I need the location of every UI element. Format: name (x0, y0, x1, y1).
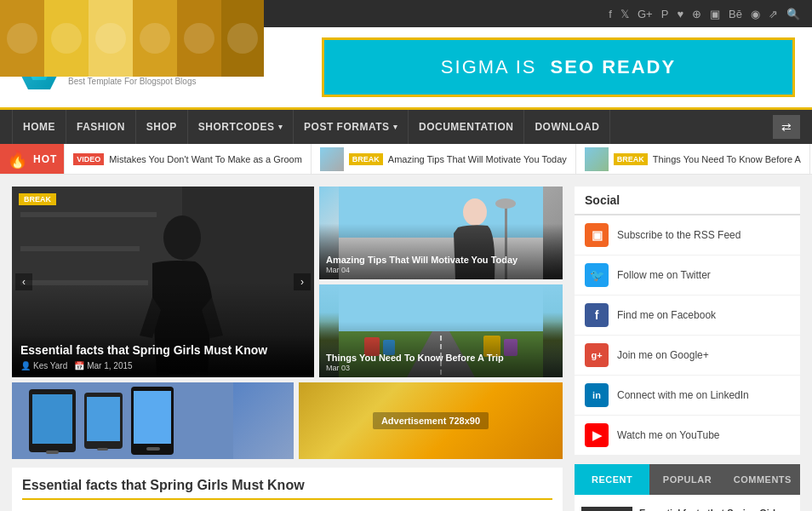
small-caption-1: Things You Need To Know Before A Trip Ma… (319, 347, 563, 377)
tab-comments[interactable]: COMMENTS (725, 464, 800, 495)
share-icon[interactable]: ⇗ (769, 8, 778, 20)
svg-point-37 (7, 23, 37, 54)
behance-icon[interactable]: Bē (729, 8, 742, 20)
heart-icon[interactable]: ♥ (677, 8, 683, 20)
featured-large[interactable]: BREAK Essential facts that Spring Girls … (12, 187, 314, 377)
small-date-1: Mar 03 (326, 364, 556, 372)
breaking-item-1[interactable]: BREAK Amazing Tips That Will Motivate Yo… (312, 144, 576, 174)
tab-recent[interactable]: RECENT (575, 464, 649, 495)
breaking-thumb-1 (320, 147, 344, 171)
hot-label: HOT (33, 153, 57, 165)
rss-icon[interactable]: ▣ (710, 8, 720, 20)
ad-svg (0, 0, 264, 77)
twitter-label: Follow me on Twitter (617, 269, 711, 281)
svg-point-39 (95, 23, 126, 54)
breaking-item-2[interactable]: BREAK Things You Need To Know Before A (576, 144, 810, 174)
nav-item-shortcodes[interactable]: SHORTCODES ▾ (188, 110, 294, 144)
postformats-caret: ▾ (393, 123, 398, 131)
featured-small-1[interactable]: Things You Need To Know Before A Trip Ma… (319, 284, 563, 377)
breaking-text-2: Things You Need To Know Before A (653, 154, 801, 164)
flame-icon: 🔥 (7, 149, 28, 169)
featured-title: Essential facts that Spring Girls Must K… (20, 342, 306, 358)
featured-caption: Essential facts that Spring Girls Must K… (12, 336, 314, 377)
featured-date: 📅 Mar 1, 2015 (74, 361, 132, 370)
svg-rect-22 (32, 394, 72, 444)
nav-item-fashion[interactable]: FASHION (66, 110, 136, 144)
facebook-label: Find me on Facebook (617, 309, 716, 321)
breaking-bar: 🔥 HOT VIDEO Mistakes You Don't Want To M… (0, 144, 812, 175)
rss-social-icon: ▣ (585, 223, 609, 247)
breaking-text-1: Amazing Tips That Will Motivate You Toda… (388, 154, 567, 164)
banner-text1: SIGMA IS (441, 56, 537, 78)
social-link-google[interactable]: g+ Join me on Google+ (575, 336, 800, 376)
google-social-icon: g+ (585, 343, 609, 367)
nav-item-home[interactable]: HOME (12, 110, 66, 144)
featured-grid: BREAK Essential facts that Spring Girls … (12, 187, 563, 377)
svg-point-40 (140, 23, 170, 54)
fb-icon[interactable]: f (609, 8, 612, 20)
svg-rect-43 (581, 507, 632, 511)
facebook-social-icon: f (585, 303, 609, 327)
youtube-social-icon: ▶ (585, 423, 609, 447)
featured-next-arrow[interactable]: › (294, 273, 311, 290)
search-top-icon[interactable]: 🔍 (786, 8, 800, 20)
featured-small-0[interactable]: Amazing Tips That Will Motivate You Toda… (319, 187, 563, 279)
advertisement-banner: Advertisement 728x90 (299, 382, 563, 459)
gplus-icon[interactable]: G+ (638, 8, 653, 20)
sidebar: Social ▣ Subscribe to the RSS Feed 🐦 Fol… (575, 187, 800, 511)
social-link-twitter[interactable]: 🐦 Follow me on Twitter (575, 256, 800, 296)
small-title-0: Amazing Tips That Will Motivate You Toda… (326, 255, 556, 266)
shortcodes-caret: ▾ (278, 123, 283, 131)
svg-point-42 (227, 23, 258, 54)
featured-author: 👤 Kes Yard (20, 361, 67, 370)
pinterest-icon[interactable]: P (661, 8, 669, 20)
svg-point-41 (184, 23, 214, 54)
svg-point-38 (51, 23, 82, 54)
ad-label: Advertisement 728x90 (373, 412, 489, 429)
tab-article-text-0: Essential facts that Spring Girls Must K… (639, 507, 793, 511)
small-image-ad[interactable] (12, 382, 294, 459)
tab-article-0[interactable]: Essential facts that Spring Girls Must K… (581, 502, 793, 511)
small-caption-0: Amazing Tips That Will Motivate You Toda… (319, 250, 563, 279)
nav-item-documentation[interactable]: DOCUMENTATION (409, 110, 524, 144)
nav-item-download[interactable]: DOWNLOAD (524, 110, 610, 144)
break-tag-1: BREAK (349, 153, 383, 165)
nav-item-post-formats[interactable]: POST FORMATS ▾ (294, 110, 409, 144)
social-section: Social ▣ Subscribe to the RSS Feed 🐦 Fol… (575, 187, 800, 456)
social-link-rss[interactable]: ▣ Subscribe to the RSS Feed (575, 215, 800, 256)
instagram-icon[interactable]: ◉ (751, 8, 760, 20)
small-date-0: Mar 04 (326, 266, 556, 274)
twitter-icon[interactable]: 𝕏 (620, 8, 629, 20)
featured-right: Amazing Tips That Will Motivate You Toda… (319, 187, 563, 377)
breaking-thumb-2 (585, 147, 609, 171)
dribbble-icon[interactable]: ⊕ (692, 8, 701, 20)
breaking-text-0: Mistakes You Don't Want To Make as a Gro… (109, 154, 301, 164)
video-tag: VIDEO (73, 153, 104, 165)
social-title: Social (575, 187, 800, 215)
article-title: Essential facts that Spring Girls Must K… (22, 478, 552, 500)
nav-item-shop[interactable]: SHOP (136, 110, 188, 144)
social-link-facebook[interactable]: f Find me on Facebook (575, 296, 800, 336)
featured-meta: 👤 Kes Yard 📅 Mar 1, 2015 (20, 361, 306, 370)
svg-rect-29 (146, 447, 160, 451)
social-links: ▣ Subscribe to the RSS Feed 🐦 Follow me … (575, 215, 800, 456)
nav-shuffle-button[interactable]: ⇄ (773, 115, 800, 139)
featured-prev-arrow[interactable]: ‹ (15, 273, 32, 290)
ipad-svg (12, 382, 233, 459)
main-content: BREAK Essential facts that Spring Girls … (12, 187, 563, 511)
social-link-youtube[interactable]: ▶ Watch me on YouTube (575, 416, 800, 456)
nav-items: HOME FASHION SHOP SHORTCODES ▾ POST FORM… (12, 110, 610, 144)
content-wrapper: BREAK Essential facts that Spring Girls … (0, 175, 812, 511)
breaking-item-0[interactable]: VIDEO Mistakes You Don't Want To Make as… (65, 144, 312, 174)
tabs-section: RECENT POPULAR COMMENTS Essential facts … (575, 464, 800, 511)
linkedin-label: Connect with me on LinkedIn (617, 389, 749, 401)
tab-popular[interactable]: POPULAR (649, 464, 724, 495)
header-banner: SIGMA IS SEO READY (322, 37, 795, 97)
tab-article-title-0: Essential facts that Spring Girls Must K… (639, 507, 793, 511)
hot-section: 🔥 HOT (0, 144, 65, 174)
main-nav: HOME FASHION SHOP SHORTCODES ▾ POST FORM… (0, 110, 812, 144)
social-link-linkedin[interactable]: in Connect with me on LinkedIn (575, 376, 800, 416)
rss-label: Subscribe to the RSS Feed (617, 229, 741, 241)
youtube-label: Watch me on YouTube (617, 429, 720, 441)
featured-break-tag: BREAK (19, 193, 56, 205)
